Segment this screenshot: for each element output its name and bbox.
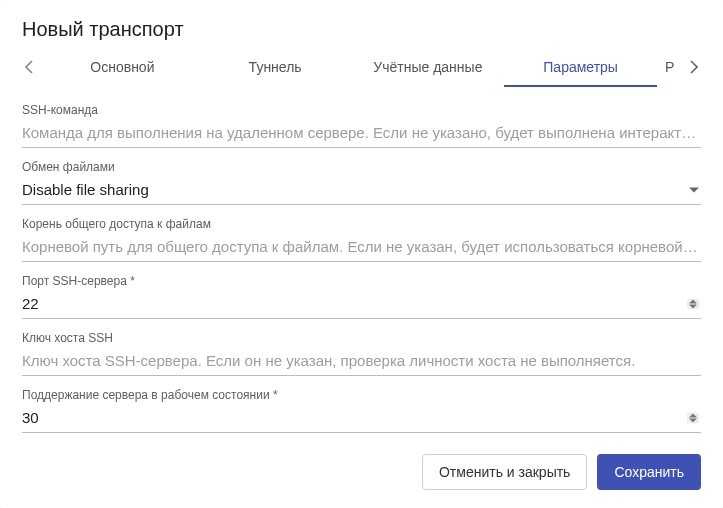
save-button[interactable]: Сохранить: [597, 454, 701, 490]
host-key-input[interactable]: [22, 347, 701, 375]
ssh-port-input[interactable]: [22, 290, 701, 318]
field-file-sharing: Обмен файлами Disable file sharing: [22, 160, 701, 205]
select-wrap[interactable]: Disable file sharing: [22, 176, 701, 205]
ssh-command-input[interactable]: [22, 119, 701, 147]
chevron-right-icon: [688, 60, 698, 74]
dialog-footer: Отменить и закрыть Сохранить: [0, 438, 723, 508]
tabs-scroll-right[interactable]: [677, 47, 709, 87]
label-share-root: Корень общего доступа к файлам: [22, 217, 701, 231]
input-wrap: [22, 404, 701, 433]
keepalive-input[interactable]: [22, 404, 701, 432]
field-share-root: Корень общего доступа к файлам: [22, 217, 701, 262]
field-ssh-command: SSH-команда: [22, 103, 701, 148]
field-host-key: Ключ хоста SSH: [22, 331, 701, 376]
file-sharing-select: Disable file sharing: [22, 176, 701, 204]
dialog-title: Новый транспорт: [0, 0, 723, 47]
tab-overflow[interactable]: Р: [657, 47, 677, 87]
tabs: Основной Туннель Учётные данные Параметр…: [46, 47, 677, 87]
tabs-row: Основной Туннель Учётные данные Параметр…: [0, 47, 723, 87]
label-ssh-command: SSH-команда: [22, 103, 701, 117]
field-keepalive: Поддержание сервера в рабочем состоянии …: [22, 388, 701, 433]
input-wrap: [22, 347, 701, 376]
field-ssh-port: Порт SSH-сервера *: [22, 274, 701, 319]
label-file-sharing: Обмен файлами: [22, 160, 701, 174]
tab-tunnel[interactable]: Туннель: [199, 47, 352, 87]
label-host-key: Ключ хоста SSH: [22, 331, 701, 345]
tabs-scroll-left[interactable]: [14, 47, 46, 87]
cancel-button[interactable]: Отменить и закрыть: [422, 454, 587, 490]
label-ssh-port: Порт SSH-сервера *: [22, 274, 701, 288]
input-wrap: [22, 290, 701, 319]
input-wrap: [22, 119, 701, 148]
label-keepalive: Поддержание сервера в рабочем состоянии …: [22, 388, 701, 402]
share-root-input[interactable]: [22, 233, 701, 261]
tab-parameters[interactable]: Параметры: [504, 47, 657, 87]
tab-main[interactable]: Основной: [46, 47, 199, 87]
input-wrap: [22, 233, 701, 262]
dialog-new-transport: Новый транспорт Основной Туннель Учётные…: [0, 0, 723, 508]
tab-credentials[interactable]: Учётные данные: [352, 47, 505, 87]
form-content: SSH-команда Обмен файлами Disable file s…: [0, 87, 723, 438]
chevron-left-icon: [25, 60, 35, 74]
